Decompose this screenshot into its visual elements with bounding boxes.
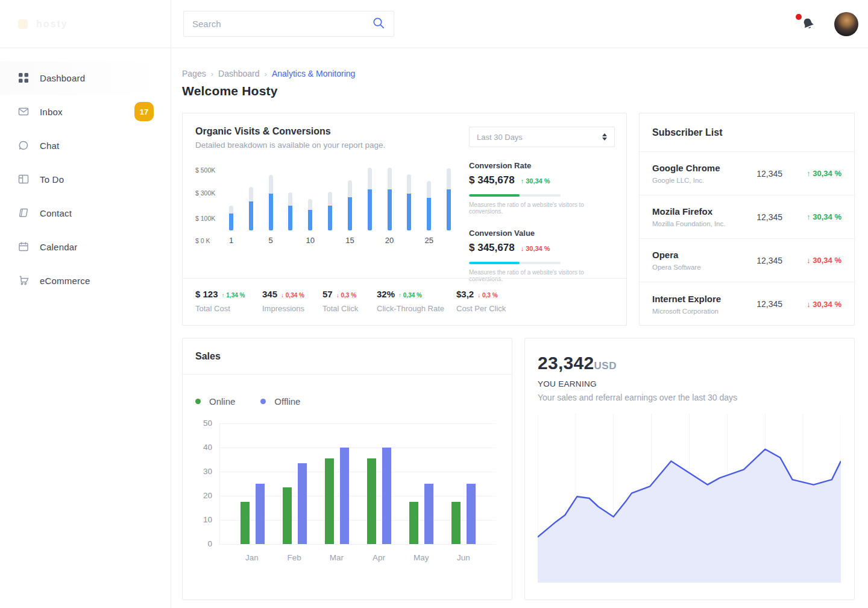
conversions-bar-fill bbox=[427, 198, 431, 230]
organic-visits-chart: $ 500K$ 300K$ 100K $ 0 K 1510152025 bbox=[195, 166, 464, 257]
sidebar-item-label: eCommerce bbox=[40, 276, 90, 286]
subscriber-company: Microsoft Corporation bbox=[652, 308, 751, 315]
subscriber-delta: ↓ 30,34 % bbox=[796, 300, 841, 309]
dashboard-page: hosty Dashboard Inbox 17 Chat bbox=[0, 0, 868, 608]
sidebar-item-label: Calendar bbox=[40, 242, 77, 252]
notifications-button[interactable] bbox=[800, 16, 816, 32]
breadcrumb-dashboard[interactable]: Dashboard bbox=[218, 69, 260, 78]
online-dot-icon bbox=[195, 399, 201, 404]
visits-bar[interactable] bbox=[388, 168, 392, 230]
conversions-bar-fill bbox=[328, 206, 332, 230]
arrow-down-icon: ↓ bbox=[807, 300, 811, 309]
visits-bar[interactable] bbox=[328, 192, 332, 230]
visits-bar[interactable] bbox=[269, 175, 273, 230]
conversion-rate-delta: ↑ 30,34 % bbox=[521, 177, 550, 185]
visits-bar[interactable] bbox=[229, 206, 233, 230]
sales-plot bbox=[219, 423, 496, 544]
search-icon[interactable] bbox=[372, 16, 385, 32]
stat-value: $ 123 bbox=[195, 289, 218, 299]
subscriber-row-google-chrome[interactable]: Google Chrome Google LLC, Inc. 12,345 ↑ … bbox=[640, 152, 854, 195]
online-bar bbox=[241, 502, 250, 544]
visits-bar[interactable] bbox=[288, 192, 292, 230]
offline-dot-icon bbox=[260, 399, 266, 404]
sidebar-item-label: Dashboard bbox=[40, 73, 85, 83]
conversions-bar-fill bbox=[407, 194, 411, 230]
subscriber-row-mozila-firefox[interactable]: Mozila Firefox Mozilla Foundation, Inc. … bbox=[640, 195, 854, 239]
legend-item-online[interactable]: Online bbox=[195, 396, 235, 407]
earnings-amount: 23,342 bbox=[538, 353, 594, 373]
conversions-bar-fill bbox=[269, 194, 273, 230]
online-bar bbox=[409, 502, 418, 544]
conversions-bar-fill bbox=[308, 210, 312, 230]
visits-bar[interactable] bbox=[447, 168, 451, 230]
search-input[interactable] bbox=[192, 19, 372, 29]
sidebar-item-contact[interactable]: Contact bbox=[0, 196, 171, 230]
conversion-rate-value: $ 345,678 bbox=[469, 174, 515, 186]
card-title: Subscriber List bbox=[652, 127, 722, 138]
y-axis-label: 50 bbox=[203, 419, 212, 428]
subscriber-row-internet-explore[interactable]: Internet Explore Microsoft Corporation 1… bbox=[640, 282, 854, 326]
layout-icon bbox=[18, 174, 29, 185]
visits-bar[interactable] bbox=[407, 174, 411, 230]
sidebar-item-chat[interactable]: Chat bbox=[0, 128, 171, 162]
inbox-count-badge: 17 bbox=[134, 102, 154, 121]
sidebar-item-ecommerce[interactable]: eCommerce bbox=[0, 264, 171, 297]
user-avatar[interactable] bbox=[834, 12, 858, 36]
x-axis-label: 25 bbox=[420, 236, 438, 245]
period-select[interactable]: Last 30 Days bbox=[469, 127, 615, 147]
legend-item-offline[interactable]: Offline bbox=[260, 396, 300, 407]
search-box[interactable] bbox=[183, 11, 394, 37]
subscriber-company: Mozilla Foundation, Inc. bbox=[652, 220, 751, 227]
sales-bars bbox=[220, 423, 496, 544]
visits-bar[interactable] bbox=[308, 199, 312, 230]
breadcrumb-analytics-monitoring[interactable]: Analytics & Monitoring bbox=[272, 69, 356, 78]
sidebar-item-calendar[interactable]: Calendar bbox=[0, 230, 171, 264]
visits-bar[interactable] bbox=[348, 180, 352, 230]
sidebar-item-todo[interactable]: To Do bbox=[0, 162, 171, 196]
stat-delta: ↑ 1,34 % bbox=[222, 292, 245, 299]
sales-bar-group[interactable] bbox=[367, 448, 391, 544]
breadcrumb-pages[interactable]: Pages bbox=[182, 69, 206, 78]
y-axis-label: 0 bbox=[207, 539, 212, 548]
subscriber-list-card: Subscriber List Google Chrome Google LLC… bbox=[639, 113, 855, 326]
conversions-bar-fill bbox=[368, 189, 372, 230]
page-title: Welcome Hosty bbox=[182, 84, 855, 98]
topbar-actions bbox=[800, 12, 858, 36]
content: Pages › Dashboard › Analytics & Monitori… bbox=[171, 48, 868, 608]
earnings-title: YOU EARNING bbox=[538, 379, 841, 388]
sales-bar-group[interactable] bbox=[409, 484, 433, 544]
sales-bar-group[interactable] bbox=[283, 463, 307, 544]
offline-bar bbox=[467, 484, 476, 544]
sidebar-item-inbox[interactable]: Inbox 17 bbox=[0, 95, 171, 128]
stat-total-click: 57↓ 0,3 % Total Click bbox=[322, 289, 377, 325]
stat-delta: ↑ 0,34 % bbox=[398, 292, 422, 299]
y-axis-label: 40 bbox=[203, 443, 212, 452]
sales-bar-group[interactable] bbox=[451, 484, 476, 544]
y-axis-label: 20 bbox=[203, 491, 212, 500]
subscriber-row-opera[interactable]: Opera Opera Software 12,345 ↓ 30,34 % bbox=[640, 239, 854, 282]
x-axis-label: Jun bbox=[451, 553, 476, 562]
stat-cost-per-click: $3,2↓ 0,3 % Cost Per Click bbox=[456, 289, 506, 325]
online-bar bbox=[325, 458, 334, 544]
visits-bar[interactable] bbox=[249, 187, 253, 230]
stat-delta: ↓ 0,3 % bbox=[477, 292, 497, 299]
stat-value: 57 bbox=[322, 289, 333, 299]
earnings-area-chart bbox=[538, 414, 841, 583]
x-axis-label: 5 bbox=[262, 236, 280, 245]
visits-bar[interactable] bbox=[368, 168, 372, 230]
mail-icon bbox=[18, 106, 29, 117]
select-spinner-icon bbox=[602, 133, 607, 141]
online-bar bbox=[367, 458, 376, 544]
logo[interactable]: hosty bbox=[0, 0, 171, 48]
visits-bar[interactable] bbox=[427, 181, 431, 230]
offline-bar bbox=[256, 484, 265, 544]
legend-label: Offline bbox=[274, 396, 300, 407]
sales-bar-group[interactable] bbox=[325, 448, 349, 544]
period-select-value: Last 30 Days bbox=[477, 133, 602, 142]
subscriber-company: Google LLC, Inc. bbox=[652, 177, 751, 184]
sales-bar-group[interactable] bbox=[241, 484, 265, 544]
sidebar-item-dashboard[interactable]: Dashboard bbox=[0, 61, 171, 95]
breadcrumb: Pages › Dashboard › Analytics & Monitori… bbox=[182, 69, 855, 78]
conversion-rate-block: Conversion Rate $ 345,678 ↑ 30,34 % Meas… bbox=[469, 161, 615, 215]
arrow-up-icon: ↑ bbox=[521, 177, 524, 185]
